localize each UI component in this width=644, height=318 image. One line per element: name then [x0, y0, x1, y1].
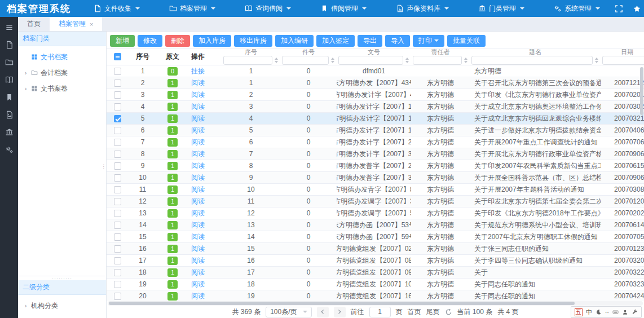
bank-icon[interactable] [5, 128, 14, 136]
op-link[interactable]: 阅读 [191, 232, 205, 242]
sort-asc-icon[interactable] [331, 58, 334, 60]
filter-input-责任者[interactable] [413, 56, 462, 65]
toolbar-button-加入编研[interactable]: 加入编研 [275, 35, 314, 47]
row-checkbox[interactable] [114, 103, 121, 111]
wrench-icon[interactable] [632, 309, 638, 315]
sort-buttons[interactable] [274, 58, 279, 63]
user-icon[interactable] [622, 309, 628, 315]
sort-asc-icon[interactable] [405, 58, 409, 60]
row-checkbox[interactable] [114, 127, 121, 134]
tab-首页[interactable]: 首页 [18, 17, 50, 31]
row-checkbox[interactable] [114, 91, 121, 99]
toolbar-button-修改[interactable]: 修改 [138, 35, 162, 47]
horizontal-scrollbar-thumb[interactable] [109, 302, 575, 305]
toolbar-button-删除[interactable]: 删除 [165, 35, 190, 47]
nav-menu-借阅管理[interactable]: 借阅管理 [320, 4, 367, 14]
op-link[interactable]: 阅读 [191, 209, 205, 218]
nav-menu-文件收集[interactable]: 文件收集 [94, 4, 140, 14]
row-checkbox[interactable] [114, 151, 121, 158]
tree-item-机构分类[interactable]: ›机构分类 [18, 298, 106, 313]
row-checkbox[interactable] [114, 222, 121, 229]
close-icon[interactable]: × [90, 21, 93, 28]
op-link[interactable]: 阅读 [191, 114, 205, 123]
toolbar-button-批量关联[interactable]: 批量关联 [447, 35, 486, 47]
op-link[interactable]: 阅读 [191, 268, 205, 277]
row-checkbox[interactable] [114, 245, 121, 253]
sort-desc-icon[interactable] [331, 61, 334, 63]
file-icon[interactable] [5, 41, 14, 49]
tree-item-文书案卷[interactable]: ›文书案卷 [18, 81, 106, 96]
row-checkbox[interactable] [114, 80, 121, 87]
sort-desc-icon[interactable] [275, 61, 278, 63]
tab-档案管理[interactable]: 档案管理× [50, 17, 102, 31]
row-checkbox[interactable] [114, 257, 121, 264]
vertical-scrollbar[interactable] [640, 67, 643, 115]
row-checkbox[interactable] [114, 233, 121, 241]
sort-buttons[interactable] [404, 58, 409, 63]
sort-buttons[interactable] [330, 58, 335, 63]
ime-wubi-badge[interactable]: 五 [575, 308, 583, 316]
op-link[interactable]: 阅读 [191, 197, 205, 206]
next-page-button[interactable] [334, 307, 346, 317]
sort-asc-icon[interactable] [464, 58, 467, 60]
refresh-icon[interactable] [445, 308, 452, 316]
prev-page-button[interactable] [317, 307, 329, 317]
op-link[interactable]: 阅读 [191, 185, 205, 195]
file-image-icon[interactable] [5, 111, 14, 119]
row-checkbox[interactable] [114, 198, 121, 205]
fullscreen-icon[interactable] [615, 5, 623, 13]
row-checkbox[interactable] [114, 139, 121, 146]
toolbar-button-打印[interactable]: 打印 [413, 35, 444, 47]
nav-menu-查询借阅[interactable]: 查询借阅 [245, 4, 291, 14]
row-checkbox[interactable] [114, 269, 121, 276]
op-link[interactable]: 阅读 [191, 78, 205, 88]
row-checkbox[interactable] [114, 293, 121, 300]
sort-desc-icon[interactable] [405, 61, 409, 63]
tree-item-会计档案[interactable]: ›会计档案 [18, 65, 106, 81]
goto-page-input[interactable] [369, 307, 391, 317]
op-link[interactable]: 阅读 [191, 149, 205, 159]
nav-menu-系统管理[interactable]: 系统管理 [554, 4, 600, 14]
book-icon[interactable] [5, 76, 14, 84]
filter-input-件号[interactable] [282, 56, 329, 65]
op-link[interactable]: 阅读 [191, 161, 205, 171]
op-link[interactable]: 阅读 [191, 90, 205, 100]
op-link[interactable]: 阅读 [191, 292, 205, 301]
sort-buttons[interactable] [463, 58, 468, 63]
menu-icon[interactable] [5, 23, 14, 32]
panel-splitter[interactable] [18, 276, 106, 280]
star-icon[interactable] [633, 5, 641, 13]
op-link[interactable]: 阅读 [191, 138, 205, 147]
ime-item[interactable]: ·· [605, 309, 609, 316]
ime-toolbar[interactable]: 五中·· [571, 306, 642, 318]
row-checkbox[interactable] [114, 174, 121, 182]
moon-icon[interactable] [596, 309, 602, 315]
sort-buttons[interactable] [594, 58, 599, 63]
toolbar-button-导入[interactable]: 导入 [385, 35, 410, 47]
select-all-checkbox[interactable] [114, 53, 121, 60]
row-checkbox[interactable] [114, 115, 121, 122]
row-checkbox[interactable] [114, 162, 121, 170]
op-link[interactable]: 挂接 [191, 67, 205, 76]
nav-menu-声像资料库[interactable]: 声像资料库 [396, 4, 449, 14]
toolbar-button-导出[interactable]: 导出 [358, 35, 382, 47]
bookmark-icon[interactable] [5, 93, 14, 101]
row-checkbox[interactable] [114, 186, 121, 193]
sort-desc-icon[interactable] [595, 61, 598, 63]
toolbar-button-加入库房[interactable]: 加入库房 [193, 35, 231, 47]
last-page-button[interactable]: 尾页 [426, 307, 440, 317]
nav-menu-门类管理[interactable]: 门类管理 [478, 4, 524, 14]
row-checkbox[interactable] [114, 68, 121, 75]
page-size-select[interactable]: 100条/页 [266, 307, 311, 317]
filter-input-题名[interactable] [471, 56, 593, 65]
op-link[interactable]: 阅读 [191, 102, 205, 112]
row-checkbox[interactable] [114, 281, 121, 288]
sort-asc-icon[interactable] [595, 58, 598, 60]
filter-input-序号[interactable] [223, 56, 272, 65]
row-checkbox[interactable] [114, 210, 121, 217]
filter-input-日期[interactable] [602, 56, 644, 65]
op-link[interactable]: 阅读 [191, 244, 205, 254]
filter-input-文号[interactable] [338, 56, 403, 65]
op-link[interactable]: 阅读 [191, 173, 205, 183]
toolbar-button-加入鉴定[interactable]: 加入鉴定 [316, 35, 355, 47]
